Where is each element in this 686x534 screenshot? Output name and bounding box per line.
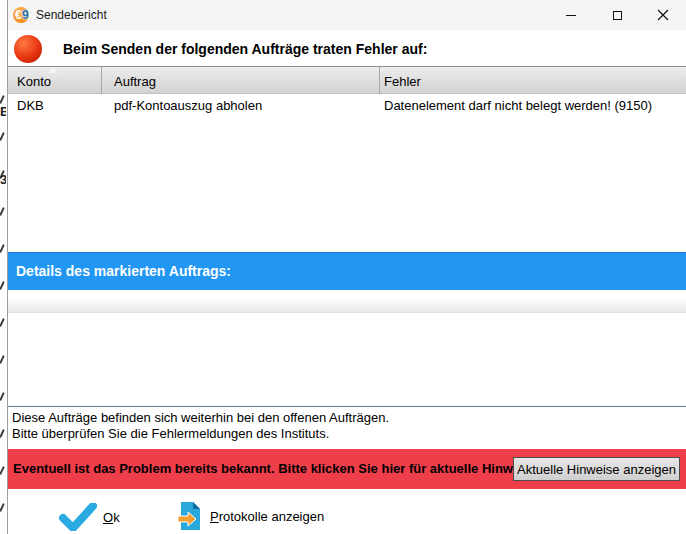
background-mark xyxy=(0,95,5,104)
notes: Diese Aufträge befinden sich weiterhin b… xyxy=(12,410,389,442)
column-divider[interactable] xyxy=(101,67,102,94)
sendebericht-dialog: € 9 Sendebericht Beim Senden der f xyxy=(7,0,686,534)
window-controls xyxy=(548,0,686,30)
background-mark xyxy=(0,207,5,216)
details-header-bar: Details des markierten Auftrags: xyxy=(8,252,686,290)
background-app-sliver: B 3 xyxy=(0,0,7,534)
sort-ascending-icon xyxy=(48,68,58,73)
show-protocols-button[interactable]: Protokolle anzeigen xyxy=(178,501,324,531)
error-indicator-icon xyxy=(14,35,42,63)
column-divider[interactable] xyxy=(379,67,380,94)
column-header-auftrag[interactable]: Auftrag xyxy=(114,74,156,89)
euro-glyph: € xyxy=(15,8,22,22)
background-mark xyxy=(0,466,5,475)
background-mark xyxy=(0,503,5,512)
ok-button[interactable]: Ok xyxy=(59,503,120,531)
show-current-hints-button[interactable]: Aktuelle Hinweise anzeigen xyxy=(513,457,680,481)
close-button[interactable] xyxy=(640,0,686,30)
app-icon: € 9 xyxy=(13,6,33,24)
error-message: Beim Senden der folgenden Aufträge trate… xyxy=(63,41,427,57)
column-header-fehler[interactable]: Fehler xyxy=(384,74,421,89)
table-header: Konto Auftrag Fehler xyxy=(8,67,686,94)
note-line: Diese Aufträge befinden sich weiterhin b… xyxy=(12,410,389,426)
window-title: Sendebericht xyxy=(36,8,107,22)
background-mark xyxy=(0,355,5,364)
background-mark xyxy=(0,318,5,327)
cell-auftrag: pdf-Kontoauszug abholen xyxy=(114,96,262,115)
ok-check-icon xyxy=(59,503,97,531)
note-line: Bitte überprüfen Sie die Fehlermeldungen… xyxy=(12,426,389,442)
column-header-konto[interactable]: Konto xyxy=(17,74,51,89)
background-text-fragment: B xyxy=(0,104,6,119)
show-protocols-label: Protokolle anzeigen xyxy=(210,509,324,524)
background-mark xyxy=(0,132,5,141)
close-icon xyxy=(657,9,669,21)
background-mark xyxy=(0,392,5,401)
nine-glyph: 9 xyxy=(22,8,29,22)
details-subheader-strip xyxy=(8,300,686,313)
screen: B 3 € 9 Sendebericht xyxy=(0,0,686,534)
protocol-document-icon xyxy=(178,501,203,531)
titlebar: € 9 Sendebericht xyxy=(8,0,686,30)
details-bottom-divider xyxy=(8,406,686,407)
maximize-button[interactable] xyxy=(594,0,640,30)
alert-message: Eventuell ist das Problem bereits bekann… xyxy=(13,461,543,476)
minimize-button[interactable] xyxy=(548,0,594,30)
minimize-icon xyxy=(566,15,576,16)
background-mark xyxy=(0,429,5,438)
ok-label: Ok xyxy=(103,510,120,525)
background-mark xyxy=(0,281,5,290)
background-mark xyxy=(0,244,5,253)
table-row[interactable]: DKB pdf-Kontoauszug abholen Datenelement… xyxy=(8,96,686,115)
cell-fehler: Datenelement darf nicht belegt werden! (… xyxy=(384,96,652,115)
details-title: Details des markierten Auftrags: xyxy=(16,263,231,279)
background-text-fragment: 3 xyxy=(0,172,6,187)
cell-konto: DKB xyxy=(17,96,44,115)
maximize-icon xyxy=(613,11,622,20)
alert-banner: Eventuell ist das Problem bereits bekann… xyxy=(8,449,686,489)
